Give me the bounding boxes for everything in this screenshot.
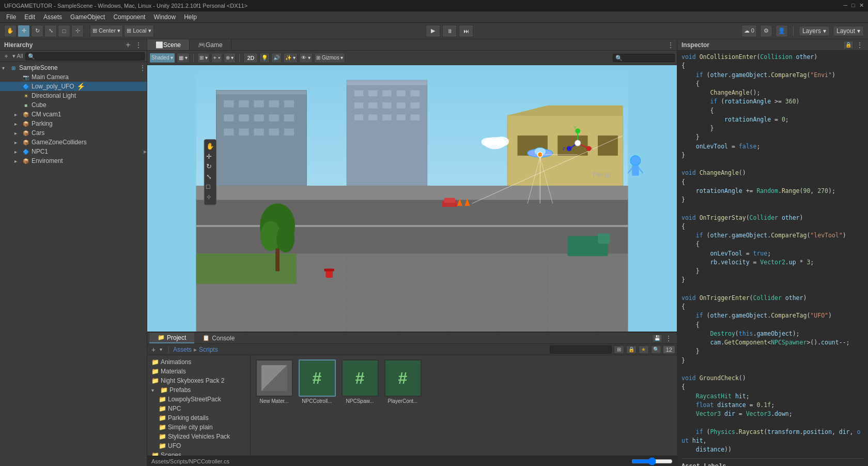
hierarchy-search[interactable] bbox=[25, 52, 145, 61]
scene-tab-game[interactable]: 🎮 Game bbox=[190, 39, 231, 50]
menu-assets[interactable]: Assets bbox=[39, 12, 66, 22]
bottom-path-bar: Assets/Scripts/NPCCotroller.cs bbox=[147, 456, 677, 466]
folder-materials[interactable]: 📁 Materials bbox=[147, 367, 250, 376]
zoom-slider[interactable] bbox=[631, 459, 673, 464]
svg-rect-3 bbox=[224, 100, 234, 108]
breadcrumb-assets[interactable]: Assets bbox=[173, 346, 192, 353]
hierarchy-item-samplescene[interactable]: ▾ ⊞ SampleScene ⋮ bbox=[0, 63, 147, 72]
scene-grid-btn[interactable]: ⊞ ▾ bbox=[197, 53, 210, 63]
layers-label: Layers bbox=[802, 27, 821, 35]
assets-lock-btn[interactable]: 🔒 bbox=[626, 345, 637, 354]
scene-fx-btn[interactable]: ✨ ▾ bbox=[283, 53, 298, 63]
scene-shaded-btn[interactable]: Shaded ▾ bbox=[149, 53, 175, 63]
scene-transform-btn[interactable]: ⌖ ▾ bbox=[211, 53, 222, 63]
hierarchy-item-vcam[interactable]: ▸ 📦 CM vcam1 bbox=[0, 110, 147, 119]
hierarchy-title: Hierarchy bbox=[4, 41, 33, 49]
hierarchy-item-cube[interactable]: ■ Cube bbox=[0, 100, 147, 110]
asset-playercontroller[interactable]: # PlayerCont... bbox=[383, 359, 422, 404]
folder-scenes[interactable]: 📁 Scenes bbox=[147, 450, 250, 456]
layers-arrow: ▾ bbox=[823, 27, 826, 35]
folder-parking[interactable]: 📁 Parking details bbox=[147, 413, 250, 423]
step-button[interactable]: ⏭ bbox=[459, 25, 473, 37]
assets-filter-btn[interactable]: 🔍 bbox=[651, 345, 661, 354]
rect-tool[interactable]: □ bbox=[58, 25, 70, 37]
bottom-panel-save-btn[interactable]: 💾 bbox=[652, 334, 662, 342]
hierarchy-item-dirlight[interactable]: ☀ Directional Light bbox=[0, 91, 147, 100]
scene-search-input[interactable] bbox=[613, 54, 675, 62]
folder-simplecity[interactable]: 📁 Simple city plain bbox=[147, 423, 250, 432]
layout-arrow: ▾ bbox=[857, 27, 860, 35]
scene-snap-btn[interactable]: ⊕ ▾ bbox=[224, 53, 236, 63]
pivot-btn[interactable]: ⊞ Center ▾ bbox=[90, 25, 123, 37]
asset-npccontroller[interactable]: # NPCCotroll... bbox=[298, 359, 336, 404]
layout-dropdown[interactable]: Layout ▾ bbox=[833, 26, 864, 36]
asset-new-material[interactable]: New Mater... bbox=[255, 359, 293, 404]
assets-star-btn[interactable]: ★ bbox=[639, 345, 649, 354]
asset-npcspawner[interactable]: # NPCSpaw... bbox=[340, 359, 379, 404]
menu-file[interactable]: File bbox=[2, 12, 20, 22]
folder-npc[interactable]: 📁 NPC bbox=[147, 404, 250, 413]
hierarchy-item-gamezone[interactable]: ▸ 📦 GameZoneColliders bbox=[0, 138, 147, 147]
maximize-btn[interactable]: □ bbox=[851, 2, 855, 9]
assets-view-btn[interactable]: ⊞ bbox=[614, 345, 624, 354]
scene-audio-btn[interactable]: 🔊 bbox=[271, 53, 282, 63]
bottom-panel-more[interactable]: ⋮ bbox=[664, 334, 673, 342]
scene-viewport[interactable]: Persp Y bbox=[147, 65, 677, 332]
scene-more-btn[interactable]: ⋮ bbox=[138, 64, 147, 72]
pause-button[interactable]: ⏸ bbox=[442, 25, 457, 37]
hierarchy-item-npc1[interactable]: ▸ 🔷 NPC1 ▸ bbox=[0, 147, 147, 156]
layers-dropdown[interactable]: Layers ▾ bbox=[799, 26, 830, 36]
scene-gizmos-btn[interactable]: ⊞ Gizmos ▾ bbox=[314, 53, 345, 63]
minimize-btn[interactable]: ─ bbox=[844, 2, 848, 9]
breadcrumb-scripts[interactable]: Scripts bbox=[199, 346, 218, 353]
account-btn[interactable]: 👤 bbox=[776, 25, 788, 37]
menu-gameobject[interactable]: GameObject bbox=[66, 12, 109, 22]
hierarchy-item-cars[interactable]: ▸ 📦 Cars bbox=[0, 128, 147, 138]
menu-help[interactable]: Help bbox=[180, 12, 201, 22]
menu-component[interactable]: Component bbox=[109, 12, 149, 22]
rotate-tool[interactable]: ↻ bbox=[31, 25, 43, 37]
folder-scenes-label: Scenes bbox=[161, 452, 181, 456]
folder-animations[interactable]: 📁 Animations bbox=[147, 357, 250, 367]
folder-stylized-label: Stylized Vehicles Pack bbox=[168, 433, 230, 440]
bottom-tab-console[interactable]: 📋 Console bbox=[194, 333, 243, 343]
svg-rect-2 bbox=[216, 91, 307, 95]
move-tool[interactable]: ✛ bbox=[18, 25, 30, 37]
hierarchy-item-parking[interactable]: ▸ 📦 Parking bbox=[0, 119, 147, 128]
assets-search-input[interactable] bbox=[550, 345, 612, 354]
scene-hidden-btn[interactable]: 👁 ▾ bbox=[299, 53, 313, 63]
folder-stylized[interactable]: 📁 Stylized Vehicles Pack bbox=[147, 432, 250, 441]
assets-add-btn[interactable]: + bbox=[149, 345, 158, 354]
scene-lighting-btn[interactable]: 💡 bbox=[259, 53, 270, 63]
inspector-more-btn[interactable]: ⋮ bbox=[856, 41, 864, 49]
hierarchy-more-btn[interactable]: ⋮ bbox=[134, 41, 143, 49]
folder-lowpoly[interactable]: 📁 LowpolyStreetPack bbox=[147, 395, 250, 404]
hand-tool[interactable]: ✋ bbox=[4, 25, 17, 37]
svg-rect-31 bbox=[368, 114, 377, 121]
hierarchy-item-maincamera[interactable]: 📷 Main Camera bbox=[0, 72, 147, 82]
bottom-tab-project[interactable]: 📁 Project bbox=[149, 333, 194, 343]
svg-text:Z: Z bbox=[563, 146, 565, 151]
scene-tabs-more[interactable]: ⋮ bbox=[667, 41, 675, 49]
folder-prefabs[interactable]: ▾ 📁 Prefabs bbox=[147, 385, 250, 395]
scale-tool[interactable]: ⤡ bbox=[44, 25, 57, 37]
folder-skyboxes[interactable]: 📁 Night Skyboxes Pack 2 bbox=[147, 376, 250, 385]
folder-ufo-label: UFO bbox=[168, 442, 181, 449]
menu-window[interactable]: Window bbox=[149, 12, 180, 22]
collab-btn[interactable]: ☁ 0 bbox=[741, 25, 757, 37]
local-btn[interactable]: ⊞ Local ▾ bbox=[124, 25, 153, 37]
folder-ufo[interactable]: 📁 UFO bbox=[147, 441, 250, 450]
hierarchy-item-env[interactable]: ▸ 📦 Enviroment bbox=[0, 156, 147, 166]
hierarchy-add-btn[interactable]: + bbox=[124, 41, 132, 49]
multi-tool[interactable]: ⊹ bbox=[71, 25, 84, 37]
hierarchy-item-ufo[interactable]: 🔷 Low_poly_UFO ⚡ bbox=[0, 82, 147, 91]
scene-tab-scene[interactable]: ⬜ Scene bbox=[147, 39, 190, 50]
services-btn[interactable]: ⚙ bbox=[760, 25, 772, 37]
inspector-lock-btn[interactable]: 🔒 bbox=[843, 41, 854, 49]
hierarchy-toolbar-add[interactable]: + bbox=[2, 52, 10, 61]
scene-2d-btn[interactable]: 2D bbox=[243, 53, 258, 63]
play-button[interactable]: ▶ bbox=[426, 25, 440, 37]
scene-overlay-btn[interactable]: ▦ ▾ bbox=[177, 53, 190, 63]
close-btn[interactable]: ✕ bbox=[859, 2, 864, 9]
menu-edit[interactable]: Edit bbox=[20, 12, 39, 22]
